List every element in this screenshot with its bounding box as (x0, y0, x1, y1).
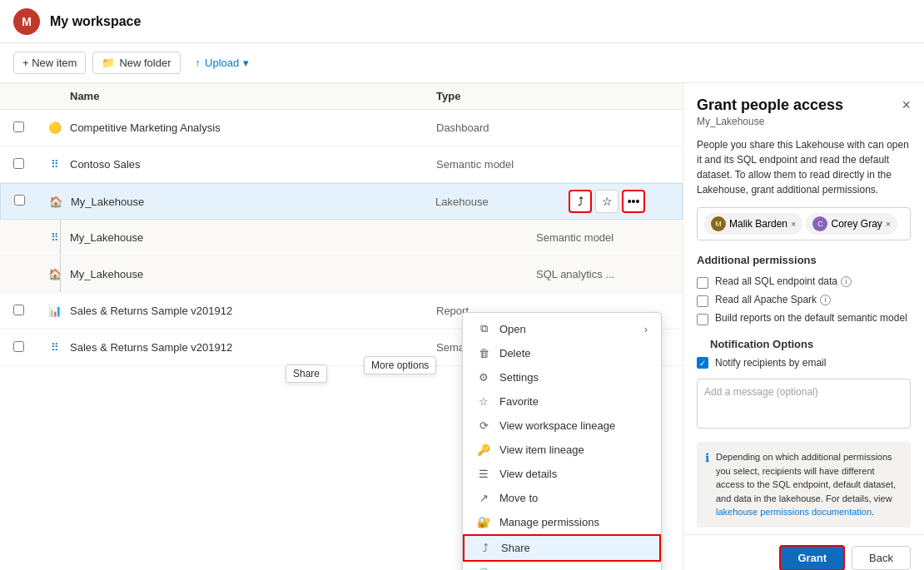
perm-label-build: Build reports on the default semantic mo… (715, 312, 907, 324)
menu-item-recent-runs[interactable]: 🕐 Recent runs (463, 562, 661, 570)
perm-checkbox-sql[interactable] (697, 277, 708, 289)
row-checkbox[interactable] (13, 158, 24, 169)
recipient-avatar-malik: M (711, 216, 726, 231)
perm-info-sql-icon: i (841, 276, 852, 287)
grant-access-panel: Grant people access My_Lakehouse × Peopl… (683, 83, 924, 570)
info-text: Depending on which additional permission… (716, 450, 902, 519)
upload-button[interactable]: ↑ Upload ▾ (187, 52, 258, 73)
back-button[interactable]: Back (852, 546, 911, 570)
menu-item-label: Share (501, 542, 530, 554)
table-row-lakehouse: 🏠 My_Lakehouse Lakehouse ⤴ ☆ ••• (0, 183, 683, 220)
row-name: Competitive Marketing Analysis (70, 121, 436, 134)
row-type: Semantic model (536, 231, 669, 244)
row-actions: ⤴ ☆ ••• (569, 190, 668, 213)
menu-item-workspace-lineage[interactable]: ⟳ View workspace lineage (463, 414, 661, 438)
row-name: My_Lakehouse (71, 196, 435, 208)
semantic-icon: ⠿ (40, 231, 70, 244)
menu-item-label: Settings (499, 371, 539, 384)
menu-item-favorite[interactable]: ☆ Favorite (463, 389, 661, 414)
grant-button[interactable]: Grant (779, 545, 845, 571)
menu-item-label: View workspace lineage (499, 419, 615, 432)
favorite-button[interactable]: ☆ (595, 190, 618, 213)
menu-item-label: View details (499, 468, 557, 480)
lineage-icon: ⟳ (476, 419, 491, 432)
row-checkbox[interactable] (13, 121, 24, 132)
menu-item-move-to[interactable]: ↗ Move to (463, 486, 661, 510)
toolbar: + New item 📁 New folder ↑ Upload ▾ (0, 43, 924, 83)
menu-item-settings[interactable]: ⚙ Settings (463, 365, 661, 389)
upload-icon: ↑ (196, 57, 201, 69)
row-name: My_Lakehouse (70, 268, 536, 280)
share-button[interactable]: ⤴ (569, 190, 592, 213)
panel-subtitle: My_Lakehouse (697, 116, 843, 127)
permissions-doc-link[interactable]: lakehouse permissions documentation (716, 507, 872, 517)
new-folder-button[interactable]: 📁 New folder (92, 52, 180, 74)
remove-malik-button[interactable]: × (791, 219, 796, 229)
perm-checkbox-spark[interactable] (697, 295, 708, 307)
perm-info-spark-icon: i (820, 295, 831, 305)
menu-item-label: Move to (499, 492, 538, 504)
menu-item-label: Favorite (499, 395, 539, 408)
menu-item-view-details[interactable]: ☰ View details (463, 462, 661, 486)
menu-item-open[interactable]: ⧉ Open › (463, 316, 661, 341)
dashboard-icon: 🟡 (40, 121, 70, 134)
chevron-right-icon: › (644, 323, 648, 335)
main-area: Name Type 🟡 Competitive Marketing Analys… (0, 83, 924, 570)
key-icon: 🔐 (476, 516, 491, 528)
row-checkbox[interactable] (13, 305, 24, 315)
delete-icon: 🗑 (476, 347, 491, 359)
perm-apache-spark: Read all Apache Spark i (683, 291, 924, 310)
notify-email-checkbox[interactable]: ✓ (697, 357, 708, 369)
share-menu-icon: ⤴ (478, 542, 493, 554)
menu-item-label: Manage permissions (499, 516, 599, 528)
context-menu: ⧉ Open › 🗑 Delete ⚙ Settings ☆ Favorite … (462, 312, 662, 570)
semantic-icon: ⠿ (40, 158, 70, 171)
open-icon: ⧉ (476, 322, 491, 335)
row-name: Sales & Returns Sample v201912 (70, 341, 436, 354)
upload-chevron-icon: ▾ (243, 57, 249, 69)
semantic-icon2: ⠿ (40, 341, 70, 354)
remove-corey-button[interactable]: × (886, 219, 891, 229)
additional-permissions-label: Additional permissions (683, 250, 924, 273)
perm-checkbox-build[interactable] (697, 314, 708, 325)
row-checkbox[interactable] (13, 341, 24, 352)
new-item-button[interactable]: + New item (13, 52, 86, 74)
perm-label-spark: Read all Apache Spark i (715, 294, 831, 305)
row-type: Dashboard (436, 121, 569, 134)
panel-close-button[interactable]: × (902, 97, 911, 114)
item-lineage-icon: 🔑 (476, 444, 491, 456)
move-icon: ↗ (476, 492, 491, 504)
recipient-corey: C Corey Gray × (806, 213, 897, 235)
more-options-tooltip: More options (364, 356, 436, 374)
recipients-area[interactable]: M Malik Barden × C Corey Gray × (697, 207, 911, 240)
avatar: M (13, 8, 40, 35)
menu-item-delete[interactable]: 🗑 Delete (463, 341, 661, 365)
info-box: ℹ Depending on which additional permissi… (697, 442, 911, 528)
row-checkbox[interactable] (14, 195, 25, 206)
message-input[interactable]: Add a message (optional) (697, 379, 911, 429)
menu-item-label: Delete (499, 347, 531, 359)
row-type: Semantic model (436, 158, 569, 171)
menu-item-share[interactable]: ⤴ Share (463, 534, 661, 562)
row-type: SQL analytics ... (536, 268, 669, 280)
perm-label-sql: Read all SQL endpoint data i (715, 275, 852, 287)
menu-item-item-lineage[interactable]: 🔑 View item lineage (463, 438, 661, 462)
row-name: My_Lakehouse (70, 231, 536, 244)
perm-build-reports: Build reports on the default semantic mo… (683, 310, 924, 328)
perm-sql-endpoint: Read all SQL endpoint data i (683, 273, 924, 291)
menu-item-manage-perms[interactable]: 🔐 Manage permissions (463, 510, 661, 534)
menu-item-label: Open (499, 323, 526, 335)
share-tooltip: Share (286, 364, 327, 383)
more-options-button[interactable]: ••• (622, 190, 645, 213)
menu-item-label: View item lineage (499, 444, 584, 456)
recipient-malik: M Malik Barden × (704, 213, 802, 235)
checkmark-icon: ✓ (699, 359, 706, 368)
table-row: ⠿ Contoso Sales Semantic model (0, 146, 683, 183)
file-area: Name Type 🟡 Competitive Marketing Analys… (0, 83, 683, 570)
recipient-name-malik: Malik Barden (729, 218, 787, 230)
sql-icon: 🏠 (40, 268, 70, 280)
workspace-title: My workspace (50, 14, 141, 29)
notification-label: Notification Options (697, 335, 911, 357)
table-row-nested: 🏠 My_Lakehouse SQL analytics ... (0, 256, 683, 293)
panel-title: Grant people access (697, 97, 843, 114)
